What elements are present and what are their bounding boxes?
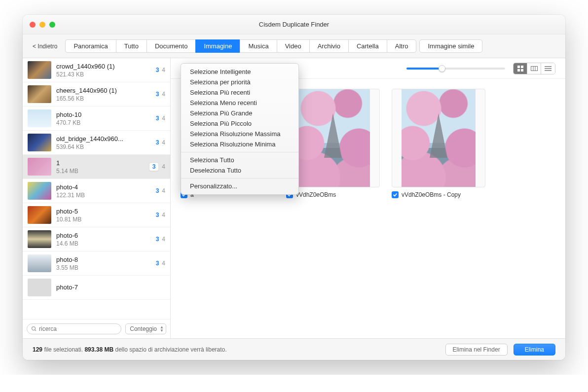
list-item[interactable]: photo-510.81 MB34	[23, 203, 170, 227]
file-size: 5.14 MB	[56, 168, 144, 175]
file-name: crowd_1440x960 (1)	[56, 63, 151, 70]
status-bar: 129 file selezionati. 893.38 MB dello sp…	[23, 338, 565, 360]
menu-item[interactable]: Seleziona Più Piccolo	[181, 118, 298, 129]
selection-dropdown-menu[interactable]: Selezione IntelligenteSeleziona per prio…	[181, 63, 299, 195]
menu-item[interactable]: Selezione Intelligente	[181, 67, 298, 77]
status-text: 129 file selezionati. 893.38 MB dello sp…	[33, 346, 227, 353]
dup-counts: 34	[156, 260, 165, 267]
menu-item[interactable]: Seleziona Risoluzione Minima	[181, 139, 298, 149]
menu-item[interactable]: Seleziona per priorità	[181, 77, 298, 87]
list-item[interactable]: photo-10470.7 KB34	[23, 107, 170, 131]
grid-view-button[interactable]	[514, 63, 527, 74]
traffic-lights	[30, 22, 55, 28]
menu-item[interactable]: Seleziona Più recenti	[181, 87, 298, 98]
thumbnail-size-slider[interactable]	[406, 68, 505, 70]
close-window-icon[interactable]	[30, 22, 36, 28]
view-mode-segment	[513, 63, 555, 74]
slider-knob-icon[interactable]	[439, 65, 445, 72]
file-name: 1	[56, 159, 144, 167]
item-meta: photo-7	[56, 284, 157, 292]
item-meta: cheers_1440x960 (1)165.56 KB	[56, 87, 151, 102]
list-view-button[interactable]	[541, 63, 555, 74]
tab-musica[interactable]: Musica	[240, 39, 276, 53]
svg-point-0	[32, 327, 36, 330]
search-input[interactable]	[39, 325, 117, 332]
tab-panoramica[interactable]: Panoramica	[65, 39, 115, 53]
svg-rect-9	[531, 66, 537, 71]
thumbnail-image	[286, 89, 380, 187]
tab-similar-images[interactable]: Immagine simile	[419, 39, 482, 53]
file-name: photo-8	[56, 256, 151, 263]
file-name: photo-10	[56, 111, 151, 118]
menu-item[interactable]: Personalizzato...	[181, 181, 298, 191]
item-meta: old_bridge_1440x960...539.64 KB	[56, 135, 151, 150]
list-item[interactable]: 15.14 MB34	[23, 155, 170, 179]
dup-counts: 34	[156, 91, 165, 98]
selected-count: 129	[33, 346, 42, 353]
thumbnail-image	[392, 89, 485, 187]
tab-cartella[interactable]: Cartella	[348, 39, 387, 53]
tab-immagine[interactable]: Immagine	[195, 39, 240, 53]
menu-item[interactable]: Seleziona Tutto	[181, 155, 298, 165]
status-label-1: file selezionati.	[44, 346, 83, 353]
file-name: cheers_1440x960 (1)	[56, 87, 151, 94]
dup-counts: 34	[149, 162, 165, 171]
card-filename: vVdhZ0eOBms	[296, 191, 336, 198]
dup-counts: 34	[156, 236, 165, 243]
category-tabs: PanoramicaTuttoDocumentoImmagineMusicaVi…	[65, 39, 482, 53]
app-window: Cisdem Duplicate Finder < Indietro Panor…	[23, 15, 565, 360]
thumbnail-card[interactable]: vVdhZ0eOBms - Copy	[392, 89, 485, 198]
tab-archivio[interactable]: Archivio	[309, 39, 348, 53]
checkbox[interactable]	[392, 191, 399, 198]
sort-arrows-icon: ▲▼	[160, 325, 164, 332]
thumbnail-icon	[28, 158, 51, 176]
list-item[interactable]: photo-614.6 MB34	[23, 227, 170, 251]
tab-altro[interactable]: Altro	[387, 39, 417, 53]
minimize-window-icon[interactable]	[39, 22, 45, 28]
list-item[interactable]: cheers_1440x960 (1)165.56 KB34	[23, 82, 170, 107]
thumbnail-card[interactable]: vVdhZ0eOBms	[286, 89, 380, 198]
card-filename: vVdhZ0eOBms - Copy	[402, 191, 461, 198]
svg-line-1	[35, 330, 37, 331]
columns-view-button[interactable]	[527, 63, 541, 74]
thumbnail-icon	[28, 134, 51, 151]
item-meta: photo-614.6 MB	[56, 232, 151, 247]
list-item[interactable]: photo-83.55 MB34	[23, 251, 170, 276]
list-item[interactable]: crowd_1440x960 (1)521.43 KB34	[23, 58, 170, 82]
thumbnail-icon	[28, 230, 51, 248]
menu-item[interactable]: Seleziona Risoluzione Massima	[181, 129, 298, 139]
search-field[interactable]	[27, 323, 121, 334]
file-size: 3.55 MB	[56, 264, 151, 271]
item-meta: photo-4122.31 MB	[56, 183, 151, 199]
file-size: 539.64 KB	[56, 143, 151, 150]
zoom-window-icon[interactable]	[49, 22, 55, 28]
tab-documento[interactable]: Documento	[147, 39, 195, 53]
titlebar: Cisdem Duplicate Finder	[23, 15, 565, 35]
window-title: Cisdem Duplicate Finder	[23, 21, 565, 28]
duplicate-group-list[interactable]: crowd_1440x960 (1)521.43 KB34cheers_1440…	[23, 58, 170, 319]
list-item[interactable]: photo-4122.31 MB34	[23, 179, 170, 203]
sort-select[interactable]: Conteggio ▲▼	[125, 323, 166, 334]
dup-counts: 34	[156, 67, 165, 73]
thumbnail-icon	[28, 61, 51, 79]
search-icon	[31, 326, 37, 332]
menu-item[interactable]: Seleziona Meno recenti	[181, 98, 298, 108]
list-item[interactable]: photo-7	[23, 276, 170, 300]
file-size: 122.31 MB	[56, 192, 151, 199]
menu-item[interactable]: Deseleziona Tutto	[181, 165, 298, 176]
sidebar-footer: Conteggio ▲▼	[23, 319, 170, 338]
list-item[interactable]: old_bridge_1440x960...539.64 KB34	[23, 131, 170, 155]
tab-video[interactable]: Video	[277, 39, 309, 53]
svg-rect-8	[521, 69, 523, 71]
dup-counts: 34	[156, 187, 165, 194]
file-name: old_bridge_1440x960...	[56, 135, 151, 143]
back-button[interactable]: < Indietro	[30, 41, 60, 52]
file-size: 470.7 KB	[56, 119, 151, 126]
delete-button[interactable]: Elimina	[514, 344, 555, 356]
tab-tutto[interactable]: Tutto	[116, 39, 147, 53]
thumbnail-icon	[28, 182, 51, 200]
delete-in-finder-button[interactable]: Elimina nel Finder	[445, 344, 508, 356]
svg-rect-7	[517, 69, 520, 71]
menu-item[interactable]: Seleziona Più Grande	[181, 108, 298, 118]
item-meta: photo-83.55 MB	[56, 256, 151, 271]
